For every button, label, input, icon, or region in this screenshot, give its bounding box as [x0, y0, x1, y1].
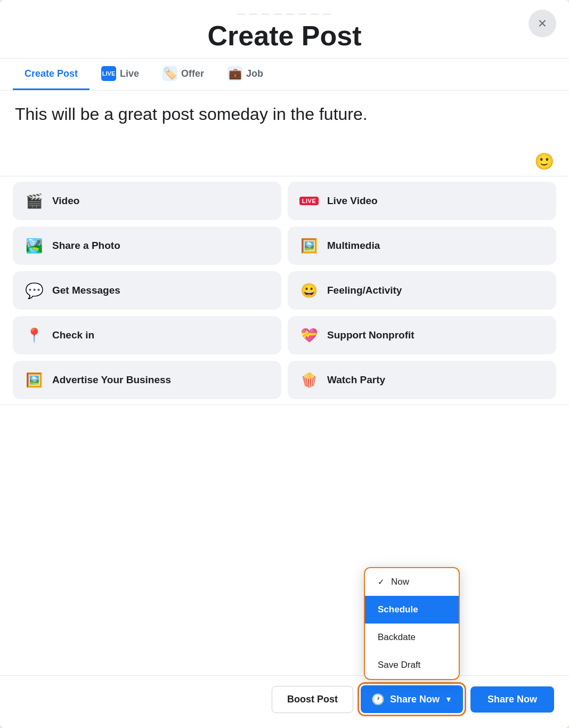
tab-create-post[interactable]: Create Post — [13, 59, 90, 90]
multimedia-label: Multimedia — [327, 240, 380, 252]
dropdown-save-draft-label: Save Draft — [378, 660, 420, 670]
video-label: Video — [52, 195, 79, 207]
modal-title: Create Post — [13, 20, 556, 52]
multimedia-button[interactable]: 🖼️ Multimedia — [288, 227, 556, 265]
share-now-dropdown-trigger[interactable]: 🕐 Share Now ▼ — [361, 685, 463, 713]
watch-party-label: Watch Party — [327, 374, 385, 386]
post-text-area[interactable]: This will be a great post someday in the… — [0, 91, 569, 176]
clock-icon: 🕐 — [371, 693, 385, 706]
advertise-business-label: Advertise Your Business — [52, 374, 171, 386]
offer-icon: 🏷️ — [162, 66, 177, 81]
get-messages-label: Get Messages — [52, 285, 120, 296]
share-photo-label: Share a Photo — [52, 240, 120, 252]
tab-live[interactable]: LIVE Live — [90, 59, 151, 90]
share-now-trigger-label: Share Now — [390, 694, 440, 705]
chevron-down-icon: ▼ — [445, 695, 452, 703]
modal-header: — — — — — — — — Create Post × — [0, 0, 569, 58]
tabs-bar: Create Post LIVE Live 🏷️ Offer 💼 Job — [0, 59, 569, 91]
tab-create-post-label: Create Post — [25, 68, 78, 79]
tab-live-label: Live — [120, 68, 139, 79]
dropdown-schedule-label: Schedule — [378, 604, 418, 615]
tab-job[interactable]: 💼 Job — [216, 59, 275, 90]
share-dropdown-menu: ✓ Now Schedule Backdate Save Draft — [364, 567, 460, 680]
support-nonprofit-label: Support Nonprofit — [327, 329, 414, 341]
support-nonprofit-icon: 💝 — [298, 325, 320, 346]
dropdown-now-label: Now — [391, 577, 409, 587]
advertise-business-button[interactable]: 🖼️ Advertise Your Business — [13, 361, 281, 399]
get-messages-button[interactable]: 💬 Get Messages — [13, 271, 281, 310]
dropdown-backdate-label: Backdate — [378, 632, 416, 643]
feeling-activity-button[interactable]: 😀 Feeling/Activity — [288, 271, 556, 310]
multimedia-icon: 🖼️ — [298, 235, 320, 256]
boost-post-button[interactable]: Boost Post — [272, 686, 353, 713]
actions-section: 🎬 Video LIVE Live Video 🏞️ Share a Photo… — [0, 176, 569, 405]
check-icon: ✓ — [378, 577, 385, 587]
dropdown-item-backdate[interactable]: Backdate — [365, 624, 459, 651]
dropdown-item-now[interactable]: ✓ Now — [365, 568, 459, 596]
feeling-activity-icon: 😀 — [298, 280, 320, 301]
feeling-activity-label: Feeling/Activity — [327, 285, 402, 296]
tab-offer[interactable]: 🏷️ Offer — [151, 59, 216, 90]
job-icon: 💼 — [227, 66, 242, 81]
post-text-content: This will be a great post someday in the… — [15, 103, 554, 126]
get-messages-icon: 💬 — [23, 280, 45, 301]
create-post-modal: — — — — — — — — Create Post × Create Pos… — [0, 0, 569, 728]
tab-job-label: Job — [246, 68, 263, 79]
dropdown-item-save-draft[interactable]: Save Draft — [365, 651, 459, 679]
check-in-label: Check in — [52, 329, 94, 341]
footer: Boost Post ✓ Now Schedule Backdate Save … — [0, 675, 569, 728]
live-video-button[interactable]: LIVE Live Video — [288, 182, 556, 220]
check-in-icon: 📍 — [23, 325, 45, 346]
modal-subtitle: — — — — — — — — — [13, 9, 556, 18]
watch-party-button[interactable]: 🍿 Watch Party — [288, 361, 556, 399]
close-button[interactable]: × — [529, 10, 556, 37]
share-now-dropdown-wrapper: ✓ Now Schedule Backdate Save Draft 🕐 Sha… — [361, 685, 463, 713]
dropdown-item-schedule[interactable]: Schedule — [365, 596, 459, 624]
live-video-label: Live Video — [327, 195, 378, 207]
emoji-button[interactable]: 🙂 — [534, 152, 554, 171]
video-button[interactable]: 🎬 Video — [13, 182, 281, 220]
actions-grid: 🎬 Video LIVE Live Video 🏞️ Share a Photo… — [13, 182, 556, 399]
check-in-button[interactable]: 📍 Check in — [13, 316, 281, 354]
video-icon: 🎬 — [23, 190, 45, 212]
share-photo-icon: 🏞️ — [23, 235, 45, 256]
support-nonprofit-button[interactable]: 💝 Support Nonprofit — [288, 316, 556, 354]
spacer — [0, 405, 569, 675]
share-photo-button[interactable]: 🏞️ Share a Photo — [13, 227, 281, 265]
advertise-business-icon: 🖼️ — [23, 369, 45, 391]
watch-party-icon: 🍿 — [298, 369, 320, 391]
share-now-button[interactable]: Share Now — [470, 686, 554, 713]
tab-offer-label: Offer — [181, 68, 204, 79]
live-video-icon: LIVE — [298, 190, 320, 212]
live-icon: LIVE — [101, 66, 116, 81]
